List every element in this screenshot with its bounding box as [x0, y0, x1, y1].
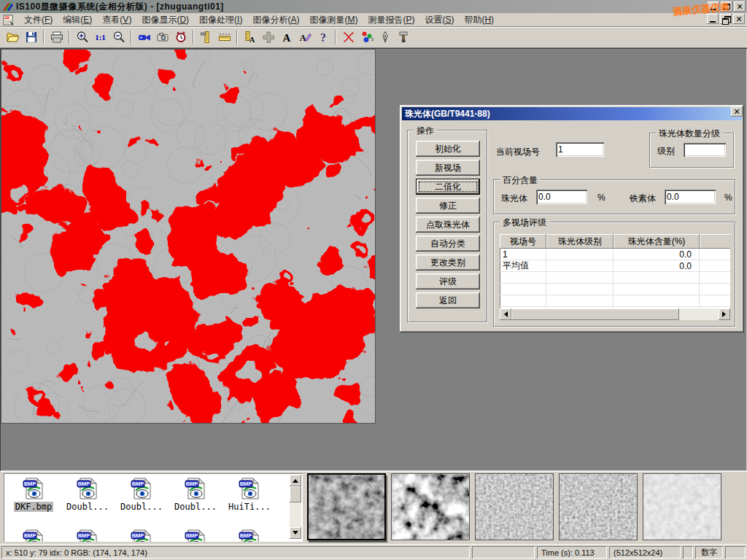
- grade-input[interactable]: [684, 143, 726, 157]
- vscroll-thumb[interactable]: [290, 486, 301, 502]
- window-maximize-button[interactable]: [721, 1, 732, 12]
- scroll-right-button[interactable]: [719, 308, 730, 320]
- correct-button[interactable]: 修正: [416, 198, 480, 214]
- col-field[interactable]: 视场号: [500, 234, 546, 249]
- file-item[interactable]: [61, 529, 115, 542]
- pen-tool-button[interactable]: [376, 28, 394, 46]
- grid-cross-button[interactable]: [259, 28, 277, 46]
- open-icon: [6, 30, 20, 44]
- grade-group-label: 珠光体数量分级: [656, 128, 723, 140]
- child-minimize-button[interactable]: [707, 14, 719, 24]
- table-header-row: 视场号 珠光体级别 珠光体含量(%) 铁素体: [500, 234, 730, 249]
- scroll-left-button[interactable]: [500, 308, 511, 320]
- file-item[interactable]: [7, 529, 61, 542]
- window-title: IS100显微摄像系统(金相分析版) - [zhuguangti01]: [16, 1, 224, 13]
- child-close-button[interactable]: ✕: [733, 14, 745, 24]
- help-button[interactable]: ?: [314, 28, 332, 46]
- ferrite-percent-input[interactable]: [665, 190, 716, 204]
- file-item[interactable]: Doubl...: [169, 477, 222, 512]
- timer-button[interactable]: [171, 28, 190, 46]
- annotate-button[interactable]: A: [295, 28, 314, 46]
- table-hscrollbar[interactable]: [500, 308, 730, 320]
- camera-icon: [155, 30, 170, 44]
- thumbnail-3[interactable]: [475, 473, 554, 540]
- pen-tool-icon: [378, 30, 392, 44]
- pick-pearlite-button[interactable]: 点取珠光体: [416, 217, 480, 233]
- video-capture-button[interactable]: [135, 28, 153, 46]
- status-image-size: (512x512x24): [609, 546, 681, 559]
- file-label[interactable]: HuiTi...: [227, 502, 272, 512]
- menu-image-measure[interactable]: 图像测量(M): [304, 12, 363, 28]
- file-item[interactable]: [169, 529, 222, 542]
- scroll-down-button[interactable]: [290, 527, 301, 539]
- thumbnail-4[interactable]: [559, 473, 638, 540]
- timer-icon: [174, 30, 188, 44]
- rate-button[interactable]: 评级: [416, 273, 480, 289]
- menu-help[interactable]: 帮助(H): [459, 12, 499, 28]
- file-item[interactable]: HuiTi...: [222, 477, 276, 512]
- return-button[interactable]: 返回: [416, 292, 480, 308]
- file-item[interactable]: [115, 529, 169, 542]
- file-vscrollbar[interactable]: [290, 475, 301, 539]
- micrograph-image[interactable]: [1, 50, 375, 423]
- brush-tool-button[interactable]: [394, 28, 412, 46]
- current-field-input[interactable]: [556, 142, 604, 157]
- app-icon: [2, 1, 13, 12]
- curve-tool-button[interactable]: [339, 28, 357, 46]
- thumbnail-1[interactable]: [307, 473, 386, 540]
- thumbnail-2[interactable]: [391, 473, 470, 540]
- file-label[interactable]: Doubl...: [173, 502, 218, 512]
- window-minimize-button[interactable]: [708, 1, 719, 12]
- menu-file[interactable]: 文件(F): [19, 12, 58, 28]
- menubar: DOC 文件(F) 编辑(E) 查看(V) 图像显示(D) 图像处理(I) 图像…: [0, 13, 747, 27]
- menu-edit[interactable]: 编辑(E): [58, 12, 97, 28]
- save-button[interactable]: [22, 28, 40, 46]
- scroll-up-button[interactable]: [290, 475, 301, 486]
- hscroll-thumb[interactable]: [511, 308, 679, 320]
- col-ferrite[interactable]: 铁素体: [700, 234, 730, 249]
- print-button[interactable]: [47, 28, 66, 46]
- file-label[interactable]: DKF.bmp: [14, 502, 54, 512]
- col-grade[interactable]: 珠光体级别: [546, 234, 614, 249]
- photo-capture-button[interactable]: [153, 28, 171, 46]
- classify-button[interactable]: 3: [357, 28, 376, 46]
- open-button[interactable]: [4, 28, 22, 46]
- caliper-button[interactable]: [197, 28, 215, 46]
- ruler-button[interactable]: [215, 28, 233, 46]
- file-item[interactable]: [222, 529, 276, 542]
- ops-group-label: 操作: [414, 125, 437, 137]
- text-button[interactable]: A: [277, 28, 295, 46]
- file-label[interactable]: Doubl...: [119, 502, 164, 512]
- table-row[interactable]: 平均值 0.0: [500, 260, 730, 272]
- zoom-in-button[interactable]: [73, 28, 91, 46]
- dialog-close-button[interactable]: ✕: [731, 106, 743, 117]
- binarize-button[interactable]: 二值化: [416, 179, 480, 195]
- menu-measure-report[interactable]: 测量报告(P): [363, 12, 419, 28]
- file-item[interactable]: Doubl...: [115, 477, 169, 512]
- init-button[interactable]: 初始化: [416, 141, 480, 157]
- pearlite-percent-input[interactable]: [536, 190, 587, 204]
- menu-image-analysis[interactable]: 图像分析(A): [247, 12, 304, 28]
- new-field-button[interactable]: 新视场: [416, 160, 480, 176]
- file-label[interactable]: Doubl...: [65, 502, 110, 512]
- measure-text-button[interactable]: A: [241, 28, 259, 46]
- col-pearlite[interactable]: 珠光体含量(%): [614, 234, 700, 249]
- menu-image-display[interactable]: 图像显示(D): [136, 12, 194, 28]
- file-item[interactable]: DKF.bmp: [7, 477, 61, 512]
- file-item[interactable]: Doubl...: [61, 477, 115, 512]
- dialog-titlebar[interactable]: 珠光体(GB/T9441-88): [402, 107, 742, 120]
- menu-settings[interactable]: 设置(S): [419, 12, 459, 28]
- auto-classify-button[interactable]: 自动分类: [416, 236, 480, 252]
- caliper-icon: [199, 30, 214, 44]
- zoom-out-button[interactable]: [109, 28, 128, 46]
- child-restore-button[interactable]: [720, 14, 732, 24]
- actual-size-button[interactable]: 1:1: [91, 28, 109, 46]
- file-browser[interactable]: DKF.bmp Doubl... Doubl... Doubl... HuiTi…: [4, 473, 303, 542]
- change-class-button[interactable]: 更改类别: [416, 254, 480, 271]
- menu-image-processing[interactable]: 图像处理(I): [194, 12, 247, 28]
- table-row[interactable]: 1 0.0: [500, 249, 730, 260]
- rating-table[interactable]: 视场号 珠光体级别 珠光体含量(%) 铁素体 1 0.0 平均值 0.0: [500, 234, 730, 320]
- thumbnail-5[interactable]: [643, 473, 721, 540]
- window-close-button[interactable]: ✕: [734, 1, 746, 12]
- menu-view[interactable]: 查看(V): [97, 12, 136, 28]
